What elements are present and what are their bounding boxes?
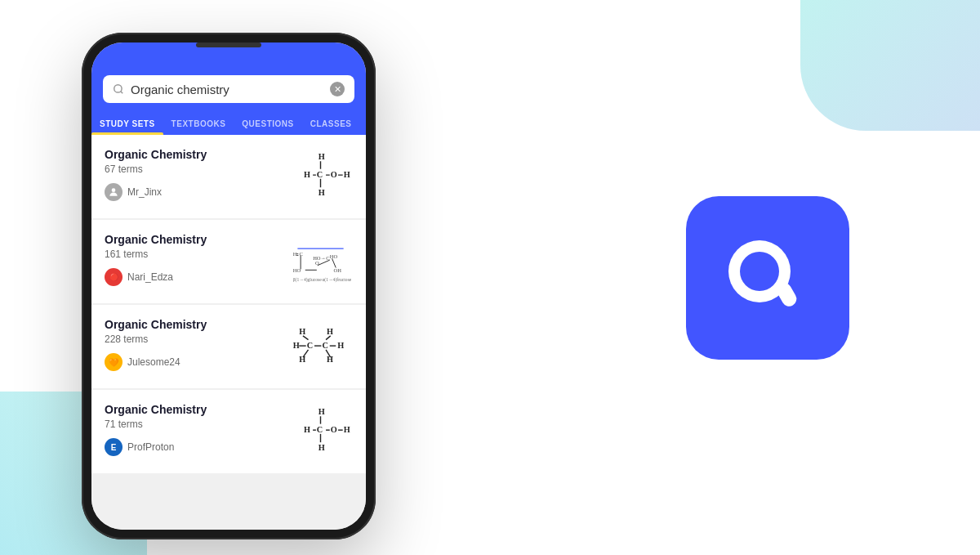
- svg-point-0: [114, 85, 122, 92]
- search-query-text: Organic chemistry: [131, 83, 323, 96]
- card-info-2: Organic Chemistry 228 terms 🧡 Julesome24: [105, 318, 279, 371]
- username-2: Julesome24: [127, 356, 180, 368]
- svg-point-2: [112, 188, 116, 192]
- card-title-0: Organic Chemistry: [105, 148, 279, 161]
- svg-text:H: H: [318, 442, 324, 451]
- card-terms-1: 161 terms: [105, 248, 279, 260]
- svg-text:H: H: [299, 327, 305, 336]
- card-title-1: Organic Chemistry: [105, 233, 279, 246]
- svg-text:O: O: [330, 169, 336, 178]
- card-user-2: 🧡 Julesome24: [105, 353, 279, 371]
- svg-text:H: H: [318, 152, 324, 161]
- svg-text:H: H: [318, 407, 324, 416]
- user-avatar-3: E: [105, 438, 122, 456]
- svg-text:H: H: [343, 424, 350, 433]
- search-clear-button[interactable]: ✕: [330, 82, 345, 96]
- search-bar-container: Organic chemistry ✕: [91, 43, 366, 111]
- svg-text:HO: HO: [292, 267, 301, 273]
- svg-text:H: H: [343, 169, 350, 178]
- card-image-1: H₂C HO O HO OH β(1→4)glucose α(1→4)fruct…: [287, 233, 353, 290]
- search-icon: [113, 83, 124, 95]
- username-3: ProfProton: [127, 441, 174, 453]
- card-terms-3: 71 terms: [105, 418, 279, 430]
- svg-text:H: H: [318, 187, 324, 196]
- svg-text:C: C: [316, 424, 322, 433]
- card-image-0: H C O H H H: [287, 148, 353, 205]
- card-title-2: Organic Chemistry: [105, 318, 279, 331]
- card-image-2: H H C C H H H: [287, 318, 353, 375]
- card-user-3: E ProfProton: [105, 438, 279, 456]
- tab-questions[interactable]: QUESTIONS: [234, 111, 301, 135]
- svg-line-35: [302, 335, 308, 339]
- result-card-2[interactable]: Organic Chemistry 228 terms 🧡 Julesome24…: [91, 305, 366, 388]
- card-user-0: Mr_Jinx: [105, 183, 279, 201]
- phone-frame: Organic chemistry ✕ STUDY SETS TEXTBOOKS…: [82, 33, 376, 539]
- svg-text:C: C: [322, 340, 327, 349]
- svg-text:β(1→4)glucose: β(1→4)glucose: [292, 277, 321, 283]
- svg-point-54: [740, 252, 779, 291]
- svg-text:HO→C: HO→C: [313, 255, 329, 261]
- username-1: Nari_Edza: [127, 271, 173, 283]
- svg-text:α(1→4)fructose: α(1→4)fructose: [322, 277, 351, 283]
- decoration-blob-top-right: [800, 0, 980, 131]
- tab-classes[interactable]: CLASSES: [302, 111, 360, 135]
- quizlet-logo-background: [686, 196, 849, 360]
- tab-use[interactable]: USE: [359, 111, 366, 135]
- svg-text:H: H: [299, 354, 305, 363]
- tab-textbooks[interactable]: TEXTBOOKS: [163, 111, 234, 135]
- search-input-box[interactable]: Organic chemistry ✕: [103, 75, 354, 103]
- user-avatar-1: 🔴: [105, 268, 122, 286]
- phone-mockup: Organic chemistry ✕ STUDY SETS TEXTBOOKS…: [82, 33, 392, 539]
- tabs-bar: STUDY SETS TEXTBOOKS QUESTIONS CLASSES U…: [91, 111, 366, 135]
- phone-notch: [196, 43, 261, 47]
- result-card-1[interactable]: Organic Chemistry 161 terms 🔴 Nari_Edza …: [91, 220, 366, 303]
- svg-text:C: C: [316, 169, 322, 178]
- svg-text:C: C: [306, 340, 312, 349]
- svg-text:H: H: [327, 327, 333, 336]
- svg-text:OH: OH: [333, 267, 341, 273]
- svg-text:H: H: [337, 340, 344, 349]
- svg-text:H₂C: H₂C: [292, 250, 302, 256]
- results-list: Organic Chemistry 67 terms Mr_Jinx: [91, 135, 366, 530]
- card-user-1: 🔴 Nari_Edza: [105, 268, 279, 286]
- result-card-0[interactable]: Organic Chemistry 67 terms Mr_Jinx: [91, 135, 366, 218]
- svg-line-1: [121, 92, 123, 94]
- card-terms-2: 228 terms: [105, 333, 279, 345]
- card-info-0: Organic Chemistry 67 terms Mr_Jinx: [105, 148, 279, 201]
- user-avatar-2: 🧡: [105, 353, 122, 371]
- username-0: Mr_Jinx: [127, 186, 162, 198]
- quizlet-q-icon: [710, 221, 825, 335]
- card-title-3: Organic Chemistry: [105, 403, 279, 416]
- svg-text:O: O: [330, 424, 336, 433]
- svg-line-36: [326, 335, 331, 339]
- result-card-3[interactable]: Organic Chemistry 71 terms E ProfProton …: [91, 390, 366, 473]
- user-avatar-0: [105, 183, 122, 201]
- card-image-3: H C O H H H: [287, 403, 353, 460]
- svg-line-22: [332, 258, 336, 267]
- card-info-1: Organic Chemistry 161 terms 🔴 Nari_Edza: [105, 233, 279, 286]
- phone-screen: Organic chemistry ✕ STUDY SETS TEXTBOOKS…: [91, 43, 366, 530]
- tab-study-sets[interactable]: STUDY SETS: [91, 111, 163, 135]
- svg-text:H: H: [303, 169, 310, 178]
- svg-text:H: H: [292, 340, 299, 349]
- quizlet-logo-wrapper: [686, 196, 849, 360]
- card-info-3: Organic Chemistry 71 terms E ProfProton: [105, 403, 279, 456]
- card-terms-0: 67 terms: [105, 163, 279, 175]
- svg-text:HO: HO: [329, 253, 337, 259]
- svg-text:H: H: [303, 424, 310, 433]
